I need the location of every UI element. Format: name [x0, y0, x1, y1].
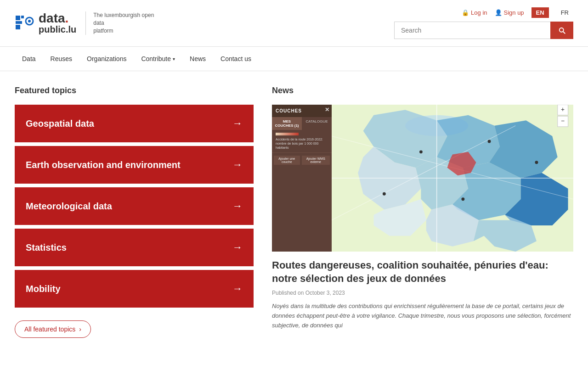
arrow-icon: → — [232, 159, 243, 171]
arrow-icon: → — [232, 118, 243, 129]
nav-contact[interactable]: Contact us — [213, 47, 259, 71]
map-panel-tabs: MES COUCHES (1) CATALOGUE — [272, 117, 332, 130]
search-bar — [394, 22, 573, 39]
map-layer-item: Accidents de la route 2016-2022: nombre … — [272, 130, 332, 153]
lang-fr-button[interactable]: FR — [556, 7, 573, 18]
svg-point-24 — [535, 161, 538, 164]
all-topics-button[interactable]: All featured topics › — [15, 320, 91, 338]
search-input[interactable] — [394, 22, 550, 39]
featured-topics-title: Featured topics — [15, 86, 254, 95]
add-layer-button[interactable]: Ajouter une couche — [274, 156, 300, 165]
map-tab-catalogue[interactable]: CATALOGUE — [302, 117, 332, 130]
article-date: Published on October 3, 2023 — [272, 290, 573, 296]
topic-meteorological[interactable]: Meteorological data → — [15, 187, 254, 225]
svg-text:+: + — [561, 106, 565, 113]
svg-point-26 — [461, 197, 464, 201]
news-title: News — [272, 86, 573, 95]
search-icon — [558, 26, 566, 34]
nav-data[interactable]: Data — [15, 47, 43, 71]
main-nav: Data Reuses Organizations Contribute ▾ N… — [0, 47, 588, 71]
close-icon[interactable]: ✕ — [325, 107, 330, 113]
header-right: 🔒 Log in 👤 Sign up EN FR — [394, 7, 573, 39]
topic-earth-observation[interactable]: Earth observation and environment → — [15, 146, 254, 184]
header-actions: 🔒 Log in 👤 Sign up EN FR — [462, 7, 573, 18]
svg-point-25 — [383, 192, 386, 196]
chevron-down-icon: ▾ — [173, 56, 175, 62]
map-container: COUCHES ✕ MES COUCHES (1) CATALOGUE Acc — [272, 105, 573, 252]
lock-icon: 🔒 — [462, 9, 469, 16]
map-tab-my-layers[interactable]: MES COUCHES (1) — [272, 117, 302, 130]
svg-point-22 — [419, 150, 423, 153]
svg-rect-2 — [16, 21, 22, 24]
svg-rect-1 — [21, 16, 24, 18]
svg-rect-3 — [16, 25, 20, 29]
map-panel-buttons: Ajouter une couche Ajouter WMS externe — [272, 153, 332, 168]
news-map-image: COUCHES ✕ MES COUCHES (1) CATALOGUE Acc — [272, 105, 573, 252]
logo-text: data. public.lu — [39, 12, 76, 34]
arrow-icon: → — [232, 283, 243, 295]
featured-topics-section: Featured topics Geospatial data → Earth … — [15, 86, 254, 338]
arrow-icon: → — [232, 241, 243, 253]
map-svg: + − — [332, 105, 573, 252]
news-section: News COUCHES ✕ MES COUCHES (1) CATALOGUE — [272, 86, 573, 338]
topic-statistics[interactable]: Statistics → — [15, 229, 254, 266]
arrow-icon: → — [232, 200, 243, 212]
svg-text:−: − — [561, 118, 565, 124]
svg-rect-0 — [16, 16, 20, 20]
article-title[interactable]: Routes dangereuses, coalition souhaitée,… — [272, 259, 573, 285]
header-left: data. public.lu The luxembourgish open d… — [15, 11, 159, 34]
login-link[interactable]: 🔒 Log in — [462, 9, 487, 16]
main-content: Featured topics Geospatial data → Earth … — [0, 71, 588, 353]
topic-geospatial[interactable]: Geospatial data → — [15, 105, 254, 142]
article-excerpt: Noyés dans la multitude des contribution… — [272, 302, 573, 330]
svg-point-23 — [488, 140, 491, 143]
user-icon: 👤 — [495, 9, 502, 16]
site-header: data. public.lu The luxembourgish open d… — [0, 0, 588, 47]
topic-mobility[interactable]: Mobility → — [15, 270, 254, 308]
nav-reuses[interactable]: Reuses — [43, 47, 79, 71]
chevron-right-icon: › — [79, 325, 81, 333]
site-tagline: The luxembourgish open data platform — [85, 11, 159, 34]
map-panel-title: COUCHES ✕ — [272, 105, 332, 117]
logo[interactable]: data. public.lu — [15, 12, 76, 34]
lang-en-button[interactable]: EN — [531, 7, 549, 18]
search-button[interactable] — [550, 22, 573, 39]
add-wms-button[interactable]: Ajouter WMS externe — [302, 156, 330, 165]
map-svg-area: + − — [332, 105, 573, 252]
svg-point-5 — [28, 20, 31, 22]
nav-contribute[interactable]: Contribute ▾ — [134, 47, 182, 71]
map-panel: COUCHES ✕ MES COUCHES (1) CATALOGUE Acc — [272, 105, 332, 252]
nav-news[interactable]: News — [182, 47, 213, 71]
nav-organizations[interactable]: Organizations — [79, 47, 134, 71]
signup-link[interactable]: 👤 Sign up — [495, 9, 524, 16]
logo-icon — [15, 12, 37, 34]
